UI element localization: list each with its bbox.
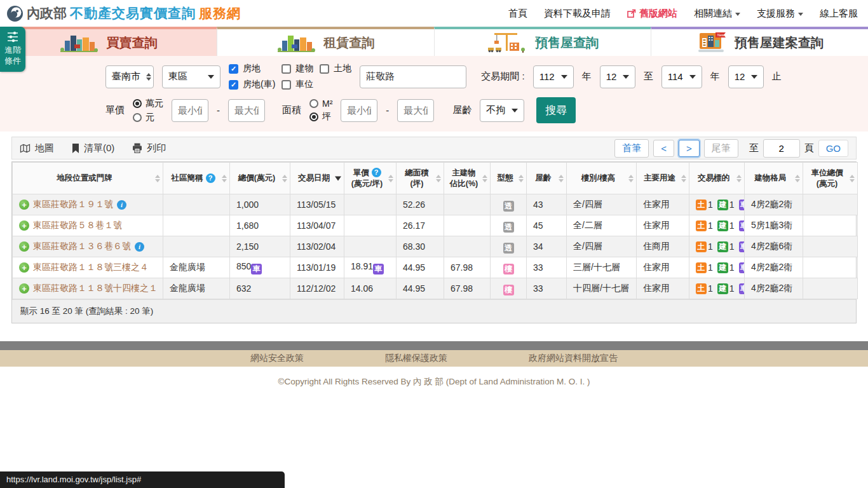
- col-header-total-area[interactable]: 總面積(坪): [397, 163, 444, 194]
- start-month-select[interactable]: 12: [600, 65, 635, 88]
- footer-link-privacy[interactable]: 隱私權保護政策: [385, 353, 447, 364]
- address-link[interactable]: 東區莊敬路１３６巷６號: [33, 241, 131, 252]
- chevron-down-icon: [689, 75, 696, 79]
- property-type-checkboxes: 房地 建物 土地 房地(車) 車位: [229, 63, 351, 90]
- city-select[interactable]: 臺南市: [105, 65, 154, 88]
- chevron-down-icon: [735, 13, 740, 16]
- info-icon[interactable]: [117, 200, 126, 210]
- checkbox-parking[interactable]: 車位: [281, 79, 313, 90]
- go-button[interactable]: GO: [818, 140, 848, 157]
- help-icon[interactable]: [372, 168, 381, 177]
- col-header-main-ratio[interactable]: 主建物佔比(%): [444, 163, 491, 194]
- radio-dot: [133, 99, 142, 108]
- col-header-type[interactable]: 型態: [491, 163, 527, 194]
- checkbox-land[interactable]: 土地: [320, 63, 351, 74]
- info-icon[interactable]: [135, 242, 144, 252]
- nav-related-links[interactable]: 相關連結: [694, 8, 740, 20]
- last-page-button[interactable]: 尾筆: [704, 139, 738, 158]
- end-month-select[interactable]: 12: [728, 65, 764, 88]
- start-year-select[interactable]: 112: [533, 65, 574, 88]
- tab-sale-query[interactable]: 買賣查詢: [0, 27, 217, 56]
- area-min-input[interactable]: [341, 99, 377, 122]
- next-page-button[interactable]: >: [679, 140, 700, 157]
- help-icon[interactable]: [206, 173, 215, 183]
- tab-presale-query[interactable]: 預售屋查詢: [434, 27, 651, 56]
- checkbox-building[interactable]: 建物: [281, 63, 313, 74]
- map-view-button[interactable]: 地圖: [20, 142, 54, 154]
- car-badge: 車: [739, 200, 745, 210]
- expand-row-icon[interactable]: [19, 241, 29, 252]
- tab-presale-project-query[interactable]: New 預售屋建案查詢: [651, 27, 868, 56]
- advanced-tab-label-1: 進階: [0, 44, 25, 55]
- land-badge: 土: [696, 262, 707, 273]
- nav-home[interactable]: 首頁: [508, 8, 527, 20]
- col-header-community[interactable]: 社區簡稱: [163, 163, 230, 194]
- page-number-input[interactable]: [763, 139, 800, 158]
- radio-wan[interactable]: 萬元: [133, 98, 163, 109]
- radio-square-meter[interactable]: M²: [309, 98, 332, 109]
- expand-row-icon[interactable]: [19, 262, 29, 273]
- search-filter-panel: 臺南市 東區 房地 建物 土地 房地(車) 車位 交易期間 : 112 年 12…: [0, 56, 868, 132]
- end-label: 止: [772, 71, 782, 83]
- footer-link-opendata[interactable]: 政府網站資料開放宣告: [529, 353, 618, 364]
- chevron-down-icon: [623, 75, 629, 79]
- address-link[interactable]: 東區莊敬路１１８號十四樓之１: [33, 283, 158, 294]
- table-row: 東區莊敬路５８巷１號 1,680車 113/04/07 車 26.17 透 45…: [13, 215, 858, 236]
- site-logo[interactable]: 內政部不動產交易實價查詢服務網: [6, 4, 241, 22]
- list-button[interactable]: 清單(0): [72, 142, 114, 154]
- radio-dot: [309, 99, 318, 108]
- col-header-address[interactable]: 地段位置或門牌: [13, 163, 163, 194]
- unit-price-unit-radios: 萬元 元: [133, 98, 163, 123]
- prev-page-button[interactable]: <: [653, 140, 674, 157]
- print-button[interactable]: 列印: [132, 142, 166, 154]
- col-header-usage[interactable]: 主要用途: [637, 163, 689, 194]
- col-header-date[interactable]: 交易日期: [290, 163, 344, 194]
- checkbox-housing[interactable]: 房地: [229, 63, 275, 74]
- end-year-select[interactable]: 114: [661, 65, 702, 88]
- area-max-input[interactable]: [397, 99, 434, 122]
- city-rent-icon: [276, 32, 316, 53]
- age-select[interactable]: 不拘: [480, 99, 524, 122]
- nav-old-site[interactable]: 舊版網站: [627, 8, 677, 20]
- table-row: 東區莊敬路１９１號 1,000車 113/05/15 車 52.26 透 43 …: [13, 194, 858, 215]
- top-nav: 首頁 資料下載及申請 舊版網站 相關連結 支援服務 線上客服: [508, 8, 858, 20]
- address-link[interactable]: 東區莊敬路１１８號三樓之４: [33, 262, 149, 273]
- sort-icon: [519, 175, 524, 182]
- nav-support[interactable]: 支援服務: [757, 8, 803, 20]
- district-select[interactable]: 東區: [162, 65, 220, 88]
- footer-link-security[interactable]: 網站安全政策: [250, 353, 304, 364]
- unit-price-max-input[interactable]: [228, 99, 265, 122]
- chevron-down-icon: [798, 13, 803, 16]
- road-input[interactable]: [360, 65, 466, 88]
- advanced-conditions-tab[interactable]: 進階 條件: [0, 27, 25, 72]
- building-badge: 建: [717, 200, 728, 210]
- radio-ping[interactable]: 坪: [309, 111, 332, 123]
- col-header-layout[interactable]: 建物格局: [745, 163, 803, 194]
- col-header-unit-price[interactable]: 單價(萬元/坪): [344, 163, 397, 194]
- address-link[interactable]: 東區莊敬路５８巷１號: [33, 220, 122, 231]
- expand-row-icon[interactable]: [19, 283, 29, 294]
- col-header-targets[interactable]: 交易標的: [689, 163, 745, 194]
- first-page-button[interactable]: 首筆: [614, 139, 649, 158]
- search-button[interactable]: 搜尋: [536, 97, 576, 123]
- col-header-floor[interactable]: 樓別/樓高: [567, 163, 637, 194]
- radio-yuan[interactable]: 元: [133, 112, 163, 123]
- car-badge: 車: [739, 262, 745, 273]
- sort-icon: [795, 175, 800, 182]
- checkbox-housing-parking[interactable]: 房地(車): [229, 79, 275, 90]
- tab-rent-query[interactable]: 租賃查詢: [217, 27, 434, 56]
- moi-emblem-icon: [6, 5, 24, 22]
- address-link[interactable]: 東區莊敬路１９１號: [33, 199, 113, 210]
- expand-row-icon[interactable]: [19, 200, 29, 210]
- year-label: 年: [582, 71, 592, 83]
- nav-downloads[interactable]: 資料下載及申請: [544, 8, 611, 20]
- col-header-total-price[interactable]: 總價(萬元): [230, 163, 290, 194]
- col-header-age[interactable]: 屋齡: [527, 163, 567, 194]
- expand-row-icon[interactable]: [19, 220, 29, 231]
- col-header-parking-price[interactable]: 車位總價(萬元): [803, 163, 858, 194]
- year-label: 年: [710, 71, 720, 83]
- transaction-targets: 土1建1車0: [696, 200, 738, 210]
- land-badge: 土: [696, 200, 707, 210]
- unit-price-min-input[interactable]: [172, 99, 208, 122]
- nav-online-service[interactable]: 線上客服: [820, 8, 858, 20]
